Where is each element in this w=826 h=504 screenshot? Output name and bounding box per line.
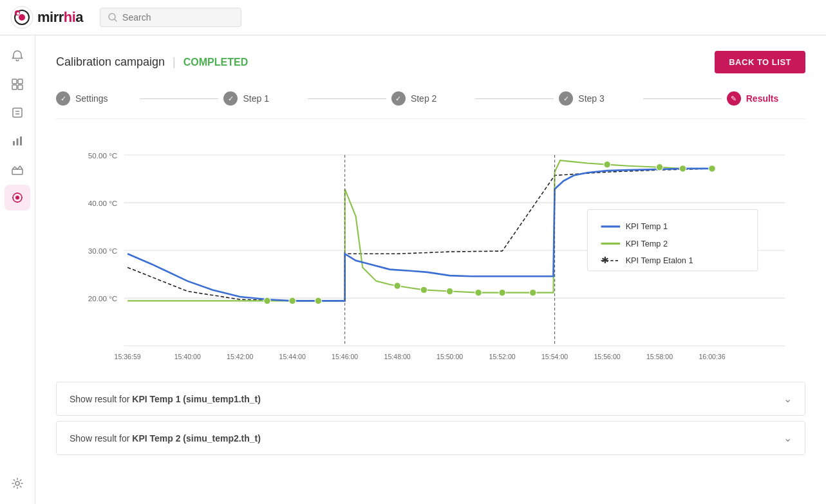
svg-point-47 [289, 297, 296, 304]
svg-point-49 [394, 283, 401, 290]
accordion-kpi-temp-1: Show result for KPI Temp 1 (simu_temp1.t… [56, 382, 805, 416]
logo-icon [10, 6, 33, 29]
svg-point-55 [604, 161, 611, 168]
svg-rect-16 [20, 136, 22, 145]
search-icon [108, 13, 117, 22]
search-input[interactable] [122, 12, 225, 23]
svg-text:20.00 °C: 20.00 °C [88, 294, 117, 303]
sidebar [0, 35, 35, 504]
svg-text:15:52:00: 15:52:00 [489, 353, 516, 360]
step-2-circle: ✓ [391, 91, 406, 106]
step-results-label: Results [746, 93, 779, 104]
step-connector-1 [140, 98, 218, 99]
sidebar-item-calibration[interactable] [5, 185, 30, 210]
step-settings-circle: ✓ [56, 91, 70, 106]
svg-point-19 [15, 196, 19, 200]
sidebar-item-dashboard[interactable] [5, 71, 30, 97]
svg-text:50.00 °C: 50.00 °C [88, 151, 117, 160]
steps-bar: ✓ Settings ✓ Step 1 ✓ Step 2 ✓ Step 3 ✎ [56, 91, 805, 119]
page-header: Calibration campaign | COMPLETED BACK TO… [56, 51, 805, 73]
svg-rect-8 [18, 79, 23, 84]
svg-rect-9 [12, 85, 17, 89]
svg-text:KPI Temp 1: KPI Temp 1 [626, 222, 668, 231]
chart-container: 50.00 °C 40.00 °C 30.00 °C 20.00 °C 15:3… [56, 135, 805, 366]
svg-rect-17 [12, 169, 23, 174]
svg-rect-15 [17, 138, 19, 145]
svg-text:15:36:59: 15:36:59 [115, 353, 141, 360]
step-connector-4 [643, 98, 722, 99]
main-content: Calibration campaign | COMPLETED BACK TO… [35, 35, 826, 504]
status-badge: COMPLETED [183, 57, 248, 68]
svg-text:15:58:00: 15:58:00 [646, 353, 673, 360]
svg-point-57 [679, 165, 686, 173]
svg-text:✱: ✱ [601, 256, 609, 265]
svg-point-4 [17, 12, 19, 15]
svg-rect-14 [13, 141, 15, 145]
page-divider: | [173, 55, 176, 69]
svg-text:15:46:00: 15:46:00 [332, 353, 358, 360]
step-1: ✓ Step 1 [223, 91, 302, 106]
sidebar-item-notifications[interactable] [5, 43, 30, 69]
svg-text:40.00 °C: 40.00 °C [88, 199, 117, 207]
svg-point-2 [19, 14, 25, 21]
svg-line-6 [115, 19, 117, 21]
svg-text:16:00:36: 16:00:36 [699, 353, 725, 360]
svg-point-51 [446, 288, 453, 295]
svg-text:30.00 °C: 30.00 °C [88, 247, 117, 255]
step-1-circle: ✓ [223, 91, 238, 106]
step-results: ✎ Results [727, 91, 805, 106]
svg-rect-10 [18, 85, 23, 89]
step-2-label: Step 2 [411, 93, 436, 104]
step-settings-label: Settings [75, 93, 108, 104]
step-3-circle: ✓ [559, 91, 573, 106]
sidebar-item-tasks[interactable] [5, 100, 30, 126]
sidebar-item-reports[interactable] [5, 128, 30, 154]
accordion-kpi-temp-2-header[interactable]: Show result for KPI Temp 2 (simu_temp2.t… [57, 422, 805, 454]
svg-point-24 [15, 481, 19, 485]
svg-text:15:40:00: 15:40:00 [174, 353, 201, 360]
svg-point-54 [529, 289, 536, 296]
svg-point-52 [475, 289, 482, 296]
sidebar-item-factory[interactable] [5, 156, 30, 182]
logo: mirrhia [10, 6, 83, 29]
svg-point-56 [656, 164, 663, 171]
svg-point-46 [264, 297, 271, 304]
step-connector-2 [308, 98, 386, 99]
svg-rect-7 [12, 79, 17, 84]
svg-text:15:56:00: 15:56:00 [594, 353, 620, 360]
svg-point-50 [420, 286, 427, 294]
page-title: Calibration campaign [56, 55, 165, 69]
svg-text:15:50:00: 15:50:00 [436, 353, 463, 360]
accordion-kpi-temp-1-title: Show result for KPI Temp 1 (simu_temp1.t… [70, 394, 261, 404]
svg-text:KPI Temp Etalon 1: KPI Temp Etalon 1 [626, 256, 693, 265]
step-3-label: Step 3 [578, 93, 604, 104]
svg-rect-11 [13, 108, 22, 117]
step-3: ✓ Step 3 [559, 91, 637, 106]
svg-text:15:54:00: 15:54:00 [541, 353, 568, 360]
sidebar-item-settings[interactable] [5, 471, 30, 496]
accordion-kpi-temp-2-title: Show result for KPI Temp 2 (simu_temp2.t… [70, 433, 261, 443]
accordion-kpi-temp-1-header[interactable]: Show result for KPI Temp 1 (simu_temp1.t… [57, 382, 805, 415]
svg-point-53 [499, 289, 506, 296]
svg-text:15:44:00: 15:44:00 [279, 353, 306, 360]
svg-text:15:48:00: 15:48:00 [384, 353, 411, 360]
step-settings: ✓ Settings [56, 91, 135, 106]
accordion-kpi-temp-1-chevron: ⌄ [784, 393, 792, 405]
chart-svg: 50.00 °C 40.00 °C 30.00 °C 20.00 °C 15:3… [56, 135, 805, 366]
step-results-circle: ✎ [727, 91, 741, 106]
logo-text: mirrhia [37, 9, 83, 26]
step-1-label: Step 1 [243, 93, 268, 104]
accordion-kpi-temp-2-chevron: ⌄ [784, 432, 792, 444]
svg-text:15:42:00: 15:42:00 [227, 353, 253, 360]
page-title-group: Calibration campaign | COMPLETED [56, 55, 248, 69]
step-connector-3 [475, 98, 554, 99]
back-to-list-button[interactable]: BACK TO LIST [715, 51, 805, 73]
layout: Calibration campaign | COMPLETED BACK TO… [0, 35, 826, 504]
accordion-kpi-temp-2: Show result for KPI Temp 2 (simu_temp2.t… [56, 421, 805, 455]
search-bar[interactable] [100, 8, 241, 27]
step-2: ✓ Step 2 [391, 91, 470, 106]
topbar: mirrhia [0, 0, 826, 35]
svg-point-58 [709, 165, 716, 173]
svg-point-48 [315, 297, 322, 304]
svg-text:KPI Temp 2: KPI Temp 2 [626, 239, 668, 248]
